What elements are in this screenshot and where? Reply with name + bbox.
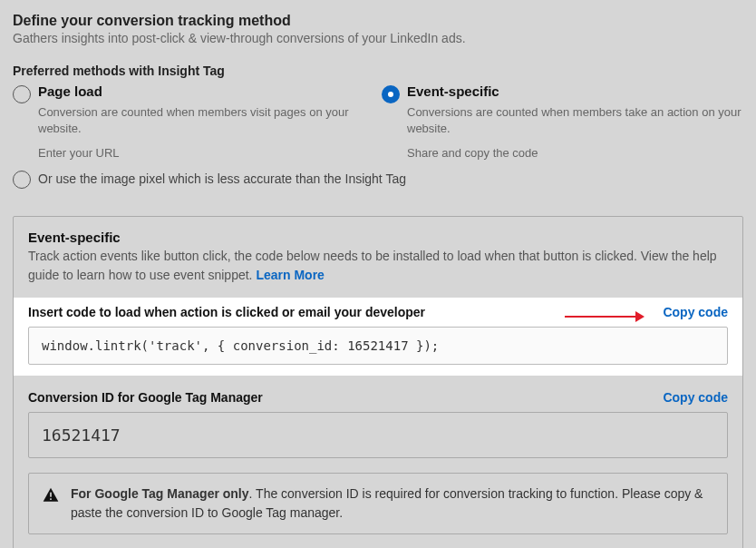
method-page-load[interactable]: Page load Conversion are counted when me… [13,83,374,160]
methods-row: Page load Conversion are counted when me… [13,83,743,160]
svg-rect-2 [50,493,52,497]
page-subtitle: Gathers insights into post-click & view-… [13,31,743,45]
event-panel-desc-text: Track action events like button click, t… [28,249,717,282]
radio-event-specific[interactable] [382,85,400,103]
gtm-notice: For Google Tag Manager only. The convers… [28,473,728,534]
gtm-notice-text: For Google Tag Manager only. The convers… [71,484,714,523]
learn-more-link[interactable]: Learn More [256,268,324,282]
event-panel-desc: Track action events like button click, t… [28,247,728,285]
svg-rect-3 [50,499,52,501]
code-highlight-block: Insert code to load when action is click… [14,298,742,376]
gtm-label: Conversion ID for Google Tag Manager [28,390,263,405]
copy-gtm-id-button[interactable]: Copy code [663,390,728,405]
insert-code-label: Insert code to load when action is click… [28,305,425,319]
radio-image-pixel[interactable] [13,171,31,189]
method-event-specific-cta: Share and copy the code [407,146,743,160]
method-page-load-title: Page load [38,83,374,99]
gtm-id-box[interactable]: 16521417 [28,412,728,458]
preferred-methods-label: Preferred methods with Insight Tag [13,64,743,78]
alert-icon [42,486,60,504]
gtm-block: Conversion ID for Google Tag Manager Cop… [28,390,728,534]
code-snippet-box[interactable]: window.lintrk('track', { conversion_id: … [28,327,728,365]
method-page-load-desc: Conversion are counted when members visi… [38,104,374,137]
gtm-notice-bold: For Google Tag Manager only [71,486,249,501]
copy-code-button[interactable]: Copy code [663,305,728,319]
event-panel-title: Event-specific [28,230,728,245]
method-event-specific[interactable]: Event-specific Conversions are counted w… [382,83,743,160]
page-title: Define your conversion tracking method [13,13,743,29]
method-image-pixel-label: Or use the image pixel which is less acc… [38,171,406,186]
method-event-specific-desc: Conversions are counted when members tak… [407,104,743,137]
method-image-pixel[interactable]: Or use the image pixel which is less acc… [13,169,743,189]
method-event-specific-title: Event-specific [407,83,743,99]
event-specific-panel: Event-specific Track action events like … [13,216,743,548]
radio-page-load[interactable] [13,85,31,103]
method-page-load-cta: Enter your URL [38,146,374,160]
